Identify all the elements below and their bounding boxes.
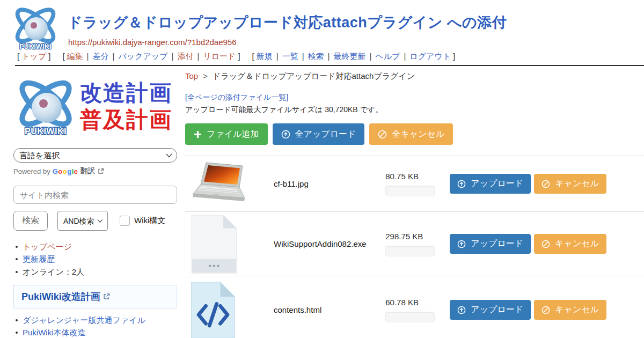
upload-label: アップロード <box>471 238 523 249</box>
nav-item-logout[interactable]: ログアウト <box>409 52 451 61</box>
page-url-link[interactable]: https://pukiwiki.dajya-ranger.com/?1bd2d… <box>68 38 237 47</box>
file-size: 80.75 KB <box>385 172 450 181</box>
file-name: cf-b11.jpg <box>266 179 385 188</box>
file-name: WikiSupportAddin082.exe <box>266 239 385 248</box>
upload-file-list: cf-b11.jpg 80.75 KB アップロード キャンセル <box>185 156 644 338</box>
cancel-all-button[interactable]: 全キャンセル <box>369 123 453 145</box>
upload-button[interactable]: アップロード <box>450 174 531 194</box>
bracket: ] <box>238 52 240 61</box>
nav-item-attach[interactable]: 添付 <box>177 52 193 61</box>
separator: | <box>197 52 199 61</box>
upload-circle-icon <box>457 306 466 314</box>
list-item: オンライン：2人 <box>13 267 177 277</box>
separator: | <box>276 52 279 61</box>
upload-button[interactable]: アップロード <box>450 300 531 320</box>
external-link-icon <box>98 168 104 174</box>
online-count: オンライン：2人 <box>23 267 84 276</box>
search-button[interactable]: 検索 <box>13 211 48 231</box>
cancel-label: キャンセル <box>555 238 599 249</box>
search-mode-select[interactable]: AND検索 <box>57 211 108 231</box>
generic-file-icon <box>189 214 239 274</box>
progress-bar <box>385 186 435 196</box>
powered-by-label: Powered by <box>13 167 50 175</box>
upload-button[interactable]: アップロード <box>450 234 531 254</box>
pukiwiki-logo-text: PUKIWIKI <box>25 127 67 136</box>
sidebar: PUKIWIKI 改造計画 普及計画 言語を選択 Powered by Goog… <box>13 73 177 338</box>
add-file-label: ファイル追加 <box>207 129 259 140</box>
pukiwiki-page: PUKIWIKI ドラッグ＆ドロップアップロード対応attachプラグイン への… <box>0 0 644 338</box>
ban-icon <box>541 240 550 248</box>
nav-item-list[interactable]: 一覧 <box>282 52 298 61</box>
main-content: Top>ドラッグ＆ドロップアップロード対応attachプラグイン [全ページの添… <box>185 71 644 338</box>
page-title: ドラッグ＆ドロップアップロード対応attachプラグイン への添付 <box>68 13 507 32</box>
progress-bar <box>385 246 435 256</box>
banner-line-kaizo: 改造計画 <box>80 79 172 106</box>
breadcrumb-top-link[interactable]: Top <box>185 71 198 80</box>
upload-all-button[interactable]: 全アップロード <box>273 123 365 145</box>
nav-item-diff[interactable]: 差分 <box>92 52 108 61</box>
sidebar-link-history[interactable]: 更新履歴 <box>23 254 55 263</box>
cancel-button[interactable]: キャンセル <box>534 234 606 254</box>
html-code-file-icon <box>189 281 237 338</box>
nav-item-top[interactable]: トップ <box>21 52 46 61</box>
header-divider <box>15 65 644 66</box>
sidebar-banner-link[interactable]: PUKIWIKI 改造計画 普及計画 <box>13 73 177 144</box>
nav-item-backup[interactable]: バックアップ <box>118 52 167 61</box>
max-size-note: アップロード可能最大ファイルサイズは 30,720KB です。 <box>185 105 644 115</box>
nav-item-edit[interactable]: 編集 <box>67 52 83 61</box>
sidebar-links-top: トップページ 更新履歴 オンライン：2人 <box>13 241 177 277</box>
add-file-button[interactable]: ファイル追加 <box>185 123 268 145</box>
list-item: PukiWiki本体改造 <box>13 327 177 338</box>
pukiwiki-kaizo-box[interactable]: PukiWiki改造計画 <box>13 285 177 308</box>
sidebar-links-bottom: ダジャレンジャー版共通ファイル PukiWiki本体改造 PukiWikiテキス… <box>13 315 177 338</box>
pukiwiki-logo-text: PUKIWIKI <box>19 43 52 50</box>
file-thumbnail-laptop <box>189 160 255 208</box>
sidebar-link-core-mod[interactable]: PukiWiki本体改造 <box>23 328 86 337</box>
nav-item-reload[interactable]: リロード <box>203 52 236 61</box>
separator: | <box>112 52 114 61</box>
pukiwiki-logo-icon[interactable]: PUKIWIKI <box>11 3 60 53</box>
all-pages-attach-link[interactable]: [全ページの添付ファイル一覧] <box>185 93 288 102</box>
cancel-all-label: 全キャンセル <box>392 129 444 140</box>
cancel-button[interactable]: キャンセル <box>534 300 606 320</box>
separator: | <box>302 52 304 61</box>
banner-text: 改造計画 普及計画 <box>80 73 172 133</box>
translate-link[interactable]: 翻訳 <box>80 166 96 176</box>
top-navigation: [トップ][編集|差分|バックアップ|添付|リロード][新規|一覧|検索|最終更… <box>15 52 457 62</box>
file-size: 60.78 KB <box>385 298 450 307</box>
sidebar-link-common-files[interactable]: ダジャレンジャー版共通ファイル <box>23 315 145 325</box>
bracket: [ <box>62 52 64 61</box>
language-select[interactable]: 言語を選択 <box>13 148 177 163</box>
site-search-input[interactable] <box>13 186 177 204</box>
wiki-syntax-label: Wiki構文 <box>134 216 165 226</box>
file-row: contents.html 60.78 KB アップロード キャンセル <box>185 276 644 338</box>
external-link-icon <box>103 293 110 300</box>
nav-item-help[interactable]: ヘルプ <box>375 52 400 61</box>
plus-icon <box>194 130 202 138</box>
file-row: WikiSupportAddin082.exe 298.75 KB アップロード… <box>185 212 644 276</box>
separator: | <box>87 52 89 61</box>
ban-icon <box>541 180 550 188</box>
cancel-label: キャンセル <box>555 178 599 189</box>
upload-all-label: 全アップロード <box>295 129 356 140</box>
upload-circle-icon <box>457 180 466 188</box>
separator: | <box>369 52 371 61</box>
bracket: [ <box>252 52 254 61</box>
pukiwiki-kaizo-link[interactable]: PukiWiki改造計画 <box>21 290 100 303</box>
nav-item-search[interactable]: 検索 <box>308 52 324 61</box>
upload-label: アップロード <box>471 178 523 189</box>
sidebar-link-toppage[interactable]: トップページ <box>23 242 72 251</box>
google-logo: Google <box>53 167 78 175</box>
cancel-button[interactable]: キャンセル <box>534 174 606 194</box>
ban-icon <box>378 130 387 139</box>
upload-label: アップロード <box>471 304 523 315</box>
file-name: contents.html <box>266 305 385 314</box>
list-item: 更新履歴 <box>13 254 177 264</box>
bracket: ] <box>453 52 455 61</box>
upload-circle-icon <box>281 130 290 139</box>
nav-item-recent[interactable]: 最終更新 <box>333 52 365 61</box>
bracket: [ <box>17 52 19 61</box>
wiki-syntax-checkbox[interactable] <box>120 216 130 226</box>
list-item: ダジャレンジャー版共通ファイル <box>13 315 177 326</box>
nav-item-new[interactable]: 新規 <box>257 52 273 61</box>
